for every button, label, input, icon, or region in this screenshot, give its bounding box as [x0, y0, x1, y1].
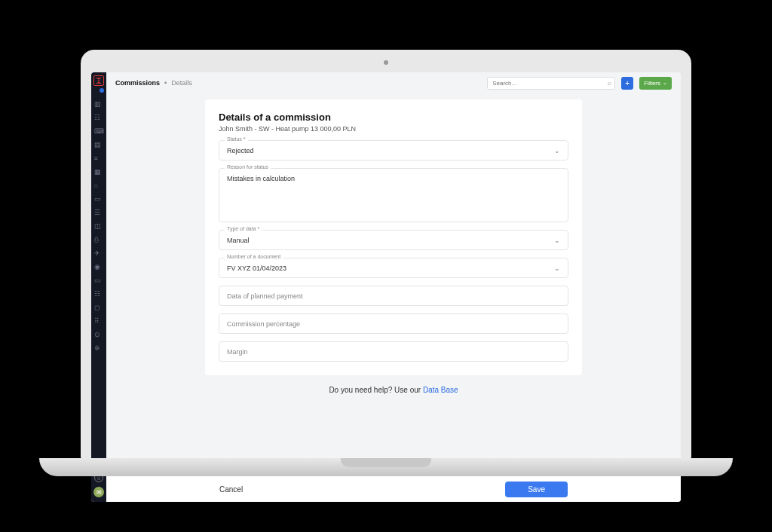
nav-coins-icon[interactable]: ☷ [94, 291, 104, 298]
payment-field: Data of planned payment [219, 286, 568, 306]
nav-layers-icon[interactable]: ◫ [94, 223, 104, 230]
card-subtitle: John Smith - SW - Heat pump 13 000,00 PL… [219, 125, 568, 133]
plus-icon: + [625, 79, 630, 87]
nav-gear-icon[interactable]: ✲ [94, 345, 104, 352]
reason-value: Mistakes in calculation [227, 175, 295, 182]
nav-tv-icon[interactable]: ⌨ [94, 128, 104, 135]
nav-icons: ▥ ☷ ⌨ ▤ ≡ ▦ ⌂ ▭ ☰ ◫ ⎙ ✈ ◉ ▭ ☷ ◻ ⠿ ⊙ ✲ [94, 101, 104, 352]
nav-send-icon[interactable]: ✈ [94, 250, 104, 257]
breadcrumb-root[interactable]: Commissions [115, 79, 160, 87]
status-select[interactable]: Rejected ⌄ [219, 140, 568, 161]
save-button[interactable]: Save [505, 482, 568, 497]
reason-textarea[interactable]: Mistakes in calculation [219, 168, 568, 222]
chevron-down-icon: ⌄ [663, 80, 667, 86]
nav-doc-icon[interactable]: ▤ [94, 142, 104, 148]
nav-clipboard-icon[interactable]: ☰ [94, 209, 104, 216]
reason-label: Reason for status [225, 164, 271, 170]
breadcrumb-leaf: Details [171, 79, 192, 87]
margin-input[interactable]: Margin [219, 341, 568, 362]
margin-placeholder: Margin [227, 348, 248, 356]
commission-input[interactable]: Commission percentage [219, 313, 568, 334]
nav-briefcase-icon[interactable]: ⌂ [94, 182, 104, 189]
commission-field: Commission percentage [219, 313, 568, 334]
app-logo-icon[interactable] [93, 75, 104, 86]
camera-dot [384, 60, 388, 65]
chevron-down-icon: ⌄ [554, 264, 560, 272]
add-button[interactable]: + [621, 77, 633, 90]
help-link[interactable]: Data Base [423, 386, 458, 394]
margin-field: Margin [219, 341, 568, 362]
doc-value: FV XYZ 01/04/2023 [227, 264, 286, 272]
help-prefix: Do you need help? Use our [329, 386, 423, 394]
search-icon[interactable]: ⌕ [608, 79, 611, 87]
main-area: Commissions • Details ⌕ + Filters ⌄ [106, 72, 681, 502]
status-value: Rejected [227, 147, 254, 154]
search-input[interactable] [487, 77, 615, 90]
status-label: Status * [225, 136, 248, 142]
action-bar: Cancel Save [106, 476, 681, 502]
nav-dashboard-icon[interactable]: ▥ [94, 101, 104, 108]
type-label: Type of data * [225, 226, 262, 231]
topbar: Commissions • Details ⌕ + Filters ⌄ [106, 72, 681, 93]
nav-users-icon[interactable]: ⠿ [94, 318, 104, 325]
payment-input[interactable]: Data of planned payment [219, 286, 568, 306]
type-field: Type of data * Manual ⌄ [219, 230, 568, 250]
nav-folder-icon[interactable]: ▭ [94, 196, 104, 203]
type-value: Manual [227, 237, 250, 244]
notification-dot-icon[interactable] [100, 88, 104, 93]
nav-zoom-icon[interactable]: ⊙ [94, 332, 104, 338]
search-wrap: ⌕ [487, 77, 615, 90]
laptop-notch [341, 458, 431, 467]
laptop-base [39, 458, 733, 476]
nav-chart-icon[interactable]: ☷ [94, 115, 104, 121]
nav-card-icon[interactable]: ▭ [94, 277, 104, 284]
chevron-down-icon: ⌄ [554, 237, 560, 244]
status-field: Status * Rejected ⌄ [219, 140, 568, 161]
sidebar: ▥ ☷ ⌨ ▤ ≡ ▦ ⌂ ▭ ☰ ◫ ⎙ ✈ ◉ ▭ ☷ ◻ ⠿ ⊙ ✲ [91, 72, 106, 502]
type-select[interactable]: Manual ⌄ [219, 230, 568, 250]
nav-calendar-icon[interactable]: ▦ [94, 169, 104, 176]
doc-label: Number of a document [225, 254, 283, 259]
nav-bell-icon[interactable]: ◻ [94, 304, 104, 311]
chat-button-icon[interactable]: ✉ [93, 487, 104, 497]
nav-print-icon[interactable]: ⎙ [94, 237, 104, 243]
filters-label: Filters [644, 80, 660, 87]
nav-globe-icon[interactable]: ◉ [94, 264, 104, 271]
chevron-down-icon: ⌄ [554, 147, 560, 154]
filters-button[interactable]: Filters ⌄ [639, 77, 672, 90]
commission-placeholder: Commission percentage [227, 320, 300, 328]
nav-list-icon[interactable]: ≡ [94, 155, 104, 162]
doc-field: Number of a document FV XYZ 01/04/2023 ⌄ [219, 258, 568, 278]
breadcrumb-separator-icon: • [164, 79, 167, 87]
payment-placeholder: Data of planned payment [227, 292, 303, 300]
help-text: Do you need help? Use our Data Base [106, 386, 681, 394]
breadcrumb: Commissions • Details [115, 79, 192, 87]
card-title: Details of a commission [219, 112, 568, 123]
doc-select[interactable]: FV XYZ 01/04/2023 ⌄ [219, 258, 568, 278]
cancel-button[interactable]: Cancel [219, 485, 243, 494]
app-screen: ▥ ☷ ⌨ ▤ ≡ ▦ ⌂ ▭ ☰ ◫ ⎙ ✈ ◉ ▭ ☷ ◻ ⠿ ⊙ ✲ [91, 72, 681, 502]
detail-card: Details of a commission John Smith - SW … [205, 99, 582, 375]
reason-field: Reason for status Mistakes in calculatio… [219, 168, 568, 222]
